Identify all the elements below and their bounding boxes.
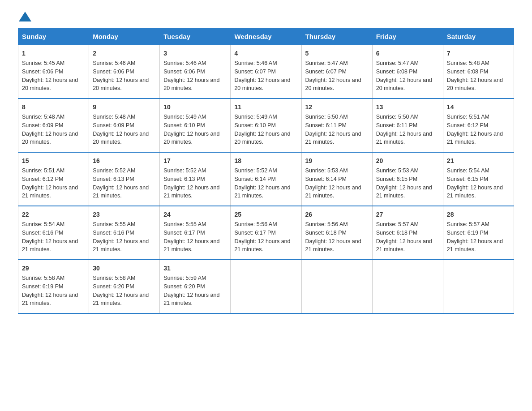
day-number: 22	[22, 210, 85, 219]
day-number: 6	[376, 49, 439, 58]
calendar-cell: 25 Sunrise: 5:56 AM Sunset: 6:17 PM Dayl…	[231, 206, 301, 260]
sunrise-label: Sunrise: 5:53 AM	[376, 167, 419, 174]
daylight-label: Daylight: 12 hours and 21 minutes.	[305, 131, 361, 146]
calendar-cell: 28 Sunrise: 5:57 AM Sunset: 6:19 PM Dayl…	[443, 206, 514, 260]
daylight-label: Daylight: 12 hours and 21 minutes.	[305, 238, 361, 253]
daylight-label: Daylight: 12 hours and 21 minutes.	[376, 131, 432, 146]
sunset-label: Sunset: 6:17 PM	[163, 230, 205, 236]
calendar-cell: 24 Sunrise: 5:55 AM Sunset: 6:17 PM Dayl…	[160, 206, 231, 260]
sunset-label: Sunset: 6:11 PM	[376, 122, 417, 128]
day-number: 13	[376, 103, 439, 112]
day-number: 18	[234, 156, 297, 166]
sunset-label: Sunset: 6:12 PM	[22, 176, 63, 182]
sunset-label: Sunset: 6:06 PM	[22, 68, 63, 75]
daylight-label: Daylight: 12 hours and 21 minutes.	[447, 131, 503, 146]
sunset-label: Sunset: 6:19 PM	[447, 230, 488, 236]
day-number: 28	[447, 210, 510, 219]
day-number: 19	[305, 156, 369, 166]
sunrise-label: Sunrise: 5:48 AM	[22, 114, 64, 120]
calendar-cell: 23 Sunrise: 5:55 AM Sunset: 6:16 PM Dayl…	[89, 206, 160, 260]
sunset-label: Sunset: 6:08 PM	[447, 68, 488, 75]
sunset-label: Sunset: 6:06 PM	[163, 68, 205, 75]
daylight-label: Daylight: 12 hours and 20 minutes.	[22, 77, 78, 92]
sunset-label: Sunset: 6:13 PM	[93, 176, 134, 182]
day-number: 14	[447, 103, 510, 112]
sunset-label: Sunset: 6:13 PM	[163, 176, 205, 182]
day-number: 7	[447, 49, 510, 58]
calendar-cell: 7 Sunrise: 5:48 AM Sunset: 6:08 PM Dayli…	[443, 45, 514, 99]
sunrise-label: Sunrise: 5:45 AM	[22, 60, 64, 66]
calendar-cell: 8 Sunrise: 5:48 AM Sunset: 6:09 PM Dayli…	[18, 98, 89, 152]
sunset-label: Sunset: 6:15 PM	[447, 176, 488, 182]
sunset-label: Sunset: 6:16 PM	[93, 230, 134, 236]
sunrise-label: Sunrise: 5:55 AM	[163, 221, 206, 227]
day-number: 10	[163, 103, 227, 112]
sunrise-label: Sunrise: 5:52 AM	[163, 167, 206, 174]
logo-triangle-icon	[19, 12, 31, 21]
sunrise-label: Sunrise: 5:48 AM	[447, 60, 489, 66]
sunrise-label: Sunrise: 5:54 AM	[447, 167, 489, 174]
daylight-label: Daylight: 12 hours and 21 minutes.	[163, 184, 219, 199]
day-number: 9	[93, 103, 156, 112]
sunset-label: Sunset: 6:06 PM	[93, 68, 134, 75]
header-wednesday: Wednesday	[231, 28, 301, 45]
day-number: 31	[163, 264, 227, 273]
day-number: 4	[234, 49, 297, 58]
daylight-label: Daylight: 12 hours and 20 minutes.	[93, 77, 149, 92]
daylight-label: Daylight: 12 hours and 20 minutes.	[447, 77, 503, 92]
calendar-cell: 4 Sunrise: 5:46 AM Sunset: 6:07 PM Dayli…	[231, 45, 301, 99]
calendar-cell: 2 Sunrise: 5:46 AM Sunset: 6:06 PM Dayli…	[89, 45, 160, 99]
daylight-label: Daylight: 12 hours and 20 minutes.	[163, 77, 219, 92]
daylight-label: Daylight: 12 hours and 20 minutes.	[163, 131, 219, 146]
calendar-cell: 5 Sunrise: 5:47 AM Sunset: 6:07 PM Dayli…	[301, 45, 372, 99]
header-sunday: Sunday	[18, 28, 89, 45]
daylight-label: Daylight: 12 hours and 21 minutes.	[93, 292, 149, 307]
day-number: 5	[305, 49, 369, 58]
sunrise-label: Sunrise: 5:52 AM	[93, 167, 135, 174]
sunset-label: Sunset: 6:08 PM	[376, 68, 417, 75]
calendar-table: SundayMondayTuesdayWednesdayThursdayFrid…	[18, 28, 514, 314]
sunrise-label: Sunrise: 5:46 AM	[163, 60, 206, 66]
logo	[18, 13, 39, 19]
sunrise-label: Sunrise: 5:47 AM	[305, 60, 348, 66]
daylight-label: Daylight: 12 hours and 21 minutes.	[447, 238, 503, 253]
daylight-label: Daylight: 12 hours and 21 minutes.	[22, 238, 78, 253]
sunrise-label: Sunrise: 5:51 AM	[22, 167, 64, 174]
calendar-cell: 22 Sunrise: 5:54 AM Sunset: 6:16 PM Dayl…	[18, 206, 89, 260]
daylight-label: Daylight: 12 hours and 21 minutes.	[93, 184, 149, 199]
calendar-cell: 11 Sunrise: 5:49 AM Sunset: 6:10 PM Dayl…	[231, 98, 301, 152]
sunset-label: Sunset: 6:09 PM	[93, 122, 134, 128]
day-number: 3	[163, 49, 227, 58]
sunset-label: Sunset: 6:20 PM	[93, 283, 134, 290]
calendar-cell	[301, 260, 372, 313]
sunrise-label: Sunrise: 5:57 AM	[447, 221, 489, 227]
sunrise-label: Sunrise: 5:46 AM	[234, 60, 277, 66]
sunrise-label: Sunrise: 5:54 AM	[22, 221, 64, 227]
sunset-label: Sunset: 6:19 PM	[22, 283, 63, 290]
sunrise-label: Sunrise: 5:52 AM	[234, 167, 277, 174]
calendar-cell: 29 Sunrise: 5:58 AM Sunset: 6:19 PM Dayl…	[18, 260, 89, 313]
daylight-label: Daylight: 12 hours and 21 minutes.	[163, 292, 219, 307]
calendar-week-row: 8 Sunrise: 5:48 AM Sunset: 6:09 PM Dayli…	[18, 98, 514, 152]
sunrise-label: Sunrise: 5:59 AM	[163, 275, 206, 281]
sunset-label: Sunset: 6:07 PM	[305, 68, 347, 75]
calendar-cell: 13 Sunrise: 5:50 AM Sunset: 6:11 PM Dayl…	[372, 98, 443, 152]
sunrise-label: Sunrise: 5:58 AM	[22, 275, 64, 281]
sunset-label: Sunset: 6:16 PM	[22, 230, 63, 236]
header-monday: Monday	[89, 28, 160, 45]
day-number: 20	[376, 156, 439, 166]
daylight-label: Daylight: 12 hours and 20 minutes.	[305, 77, 361, 92]
sunset-label: Sunset: 6:14 PM	[305, 176, 347, 182]
day-number: 29	[22, 264, 85, 273]
sunrise-label: Sunrise: 5:49 AM	[163, 114, 206, 120]
daylight-label: Daylight: 12 hours and 21 minutes.	[163, 238, 219, 253]
calendar-week-row: 22 Sunrise: 5:54 AM Sunset: 6:16 PM Dayl…	[18, 206, 514, 260]
page-header	[18, 13, 514, 19]
header-friday: Friday	[372, 28, 443, 45]
calendar-cell: 20 Sunrise: 5:53 AM Sunset: 6:15 PM Dayl…	[372, 152, 443, 206]
calendar-cell: 16 Sunrise: 5:52 AM Sunset: 6:13 PM Dayl…	[89, 152, 160, 206]
sunset-label: Sunset: 6:20 PM	[163, 283, 205, 290]
calendar-cell: 9 Sunrise: 5:48 AM Sunset: 6:09 PM Dayli…	[89, 98, 160, 152]
sunset-label: Sunset: 6:10 PM	[163, 122, 205, 128]
calendar-cell: 1 Sunrise: 5:45 AM Sunset: 6:06 PM Dayli…	[18, 45, 89, 99]
